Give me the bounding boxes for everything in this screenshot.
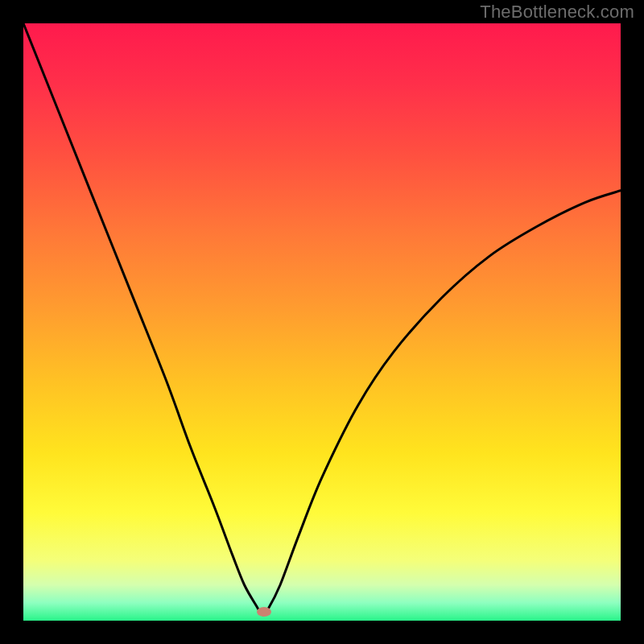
bottleneck-curve: [23, 23, 621, 621]
chart-canvas: TheBottleneck.com: [0, 0, 644, 644]
plot-area: [23, 23, 621, 621]
watermark-text: TheBottleneck.com: [480, 2, 634, 23]
optimal-point-marker: [257, 607, 271, 617]
